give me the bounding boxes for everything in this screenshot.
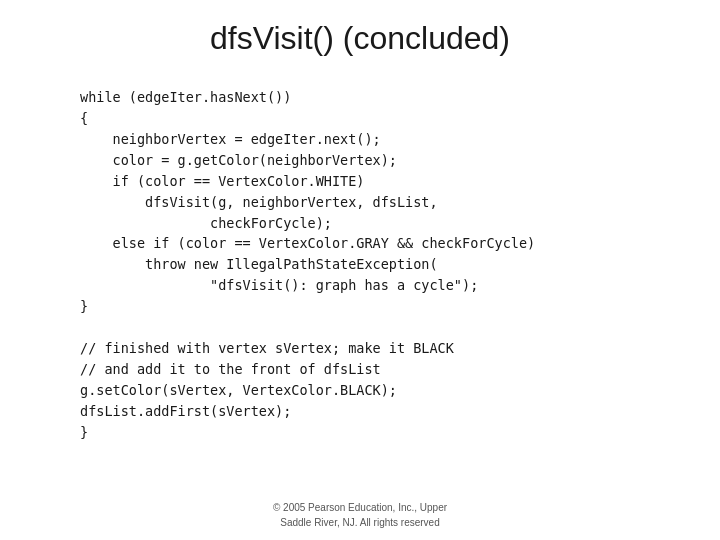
footer: © 2005 Pearson Education, Inc., Upper Sa… xyxy=(273,490,447,530)
footer-line1: © 2005 Pearson Education, Inc., Upper xyxy=(273,500,447,515)
footer-line2: Saddle River, NJ. All rights reserved xyxy=(273,515,447,530)
code-block: while (edgeIter.hasNext()) { neighborVer… xyxy=(40,87,680,443)
slide-title: dfsVisit() (concluded) xyxy=(210,20,510,57)
code-text: while (edgeIter.hasNext()) { neighborVer… xyxy=(80,87,680,443)
slide-container: dfsVisit() (concluded) while (edgeIter.h… xyxy=(0,0,720,540)
